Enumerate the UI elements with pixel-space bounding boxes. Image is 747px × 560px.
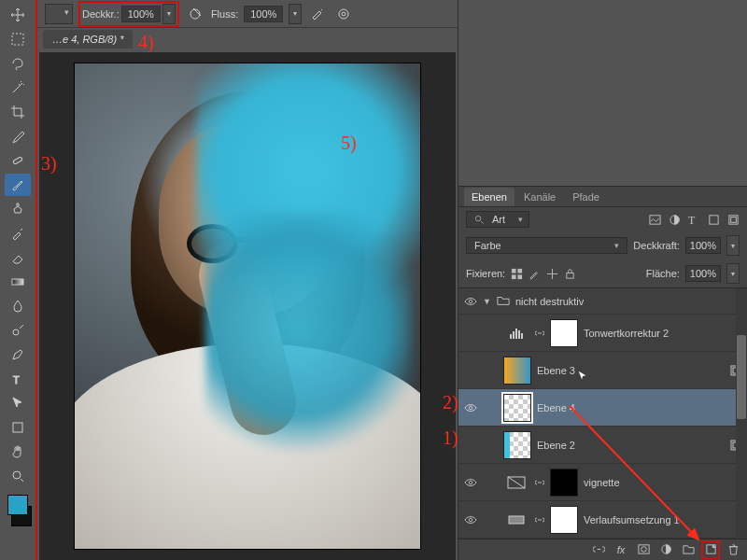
layer-opacity-value[interactable]: 100% xyxy=(685,237,721,254)
layer-filter-row: Art T xyxy=(458,207,747,231)
tab-paths[interactable]: Pfade xyxy=(565,188,607,206)
layer-name[interactable]: Ebene 3 xyxy=(537,365,575,376)
fill-value[interactable]: 100% xyxy=(685,265,721,282)
add-mask-icon[interactable] xyxy=(637,543,650,556)
layer-thumb[interactable] xyxy=(503,357,531,385)
new-group-icon[interactable] xyxy=(682,543,695,556)
new-layer-icon[interactable] xyxy=(704,543,717,556)
trash-icon[interactable] xyxy=(726,543,740,556)
visibility-toggle[interactable] xyxy=(464,364,477,377)
tool-marquee[interactable] xyxy=(5,28,31,50)
visibility-toggle[interactable] xyxy=(464,295,477,308)
canvas-image[interactable] xyxy=(75,63,420,549)
right-panel-zone: Ebenen Kanäle Pfade Art T Farbe Deckkraf… xyxy=(458,0,747,560)
opacity-value[interactable]: 100% xyxy=(121,6,161,22)
tool-hand[interactable] xyxy=(5,441,31,463)
layer-name[interactable]: Ebene 4 xyxy=(537,402,575,413)
lock-brush-icon[interactable] xyxy=(529,268,541,280)
tool-heal[interactable] xyxy=(5,149,31,172)
filter-smartobj-icon[interactable] xyxy=(727,214,740,226)
foreground-color-swatch[interactable] xyxy=(7,495,28,515)
document-tab[interactable]: …e 4, RGB/8) * xyxy=(43,30,133,49)
layer-row-ebene2[interactable]: Ebene 2 xyxy=(458,427,747,464)
tool-crop[interactable] xyxy=(5,101,31,123)
layers-list: ▼ nicht destruktiv Tonwertkorrektur 2 Eb… xyxy=(458,288,747,559)
filter-type-icon[interactable]: T xyxy=(688,214,700,226)
pressure-size-icon[interactable] xyxy=(333,4,354,24)
tool-gradient[interactable] xyxy=(5,271,31,293)
svg-point-34 xyxy=(469,518,472,522)
visibility-toggle[interactable] xyxy=(464,439,477,452)
tool-history-brush[interactable] xyxy=(5,222,31,245)
layer-thumb[interactable] xyxy=(503,394,531,422)
layer-name[interactable]: Tonwertkorrektur 2 xyxy=(584,328,669,339)
flow-value[interactable]: 100% xyxy=(244,6,283,22)
layer-name[interactable]: Ebene 2 xyxy=(537,440,575,451)
link-layers-icon[interactable] xyxy=(592,543,605,556)
svg-rect-20 xyxy=(567,273,573,278)
layer-row-ebene4[interactable]: Ebene 4 xyxy=(458,389,747,427)
svg-point-10 xyxy=(475,216,481,221)
tool-eyedropper[interactable] xyxy=(5,125,31,147)
flow-caret[interactable]: ▾ xyxy=(289,4,302,24)
layer-mask-thumb[interactable] xyxy=(550,469,578,497)
filter-pixel-icon[interactable] xyxy=(649,214,661,226)
canvas-area[interactable] xyxy=(39,52,456,560)
tool-lasso[interactable] xyxy=(5,52,31,75)
tool-blur[interactable] xyxy=(5,295,31,317)
layer-name[interactable]: vignette xyxy=(584,477,620,488)
layer-group-row[interactable]: ▼ nicht destruktiv xyxy=(458,288,747,315)
filter-shape-icon[interactable] xyxy=(708,214,720,226)
group-name[interactable]: nicht destruktiv xyxy=(515,296,584,307)
layer-thumb[interactable] xyxy=(503,431,531,459)
pressure-opacity-icon[interactable] xyxy=(185,4,205,24)
tool-path-select[interactable] xyxy=(5,392,31,414)
tool-clone[interactable] xyxy=(5,198,31,220)
blend-mode-select[interactable]: Farbe xyxy=(466,237,627,254)
tool-wand[interactable] xyxy=(5,77,31,99)
tool-type[interactable]: T xyxy=(5,368,31,390)
layer-row-tonwert[interactable]: Tonwertkorrektur 2 xyxy=(458,315,747,352)
tool-shape[interactable] xyxy=(5,416,31,439)
lock-pixels-icon[interactable] xyxy=(511,268,523,280)
visibility-toggle[interactable] xyxy=(464,513,477,526)
tool-pen[interactable] xyxy=(5,343,31,366)
layer-mask-thumb[interactable] xyxy=(550,506,578,534)
levels-adjustment-icon xyxy=(503,321,529,345)
tool-dodge[interactable] xyxy=(5,319,31,342)
lock-position-icon[interactable] xyxy=(546,268,558,280)
opacity-caret[interactable]: ▾ xyxy=(162,4,176,24)
layers-scrollbar[interactable] xyxy=(736,288,747,539)
visibility-toggle[interactable] xyxy=(464,476,477,489)
layer-mask-thumb[interactable] xyxy=(550,319,578,347)
layer-row-vignette[interactable]: vignette xyxy=(458,464,747,501)
gradmap-adjustment-icon xyxy=(503,508,529,532)
tool-move[interactable] xyxy=(5,4,31,26)
fill-caret[interactable]: ▾ xyxy=(726,263,740,284)
new-adjustment-icon[interactable] xyxy=(659,543,672,556)
tool-brush[interactable] xyxy=(5,174,31,196)
layer-row-ebene3[interactable]: Ebene 3 xyxy=(458,352,747,389)
svg-rect-1 xyxy=(13,157,23,164)
svg-rect-5 xyxy=(13,423,22,432)
svg-rect-0 xyxy=(12,34,23,45)
group-expand-caret[interactable]: ▼ xyxy=(483,297,491,306)
visibility-toggle[interactable] xyxy=(464,401,477,414)
layer-row-verlauf[interactable]: Verlaufsumsetzung 1 xyxy=(458,501,747,539)
lock-all-icon[interactable] xyxy=(564,268,576,280)
visibility-toggle[interactable] xyxy=(464,327,477,340)
options-bar: Deckkr.: 100% ▾ Fluss: 100% ▾ xyxy=(37,0,458,28)
layer-opacity-caret[interactable]: ▾ xyxy=(726,235,740,256)
layer-name[interactable]: Verlaufsumsetzung 1 xyxy=(584,514,680,525)
tool-zoom[interactable] xyxy=(5,465,31,487)
fx-icon[interactable]: fx xyxy=(614,543,627,556)
svg-rect-2 xyxy=(12,279,23,285)
filter-adjustment-icon[interactable] xyxy=(669,214,681,226)
lock-label: Fixieren: xyxy=(466,268,505,279)
tab-channels[interactable]: Kanäle xyxy=(516,188,563,206)
layer-filter-select[interactable]: Art xyxy=(466,211,529,228)
brush-preset-dropdown[interactable] xyxy=(45,4,73,24)
airbrush-icon[interactable] xyxy=(307,4,328,24)
tab-layers[interactable]: Ebenen xyxy=(464,188,514,206)
tool-eraser[interactable] xyxy=(5,246,31,269)
